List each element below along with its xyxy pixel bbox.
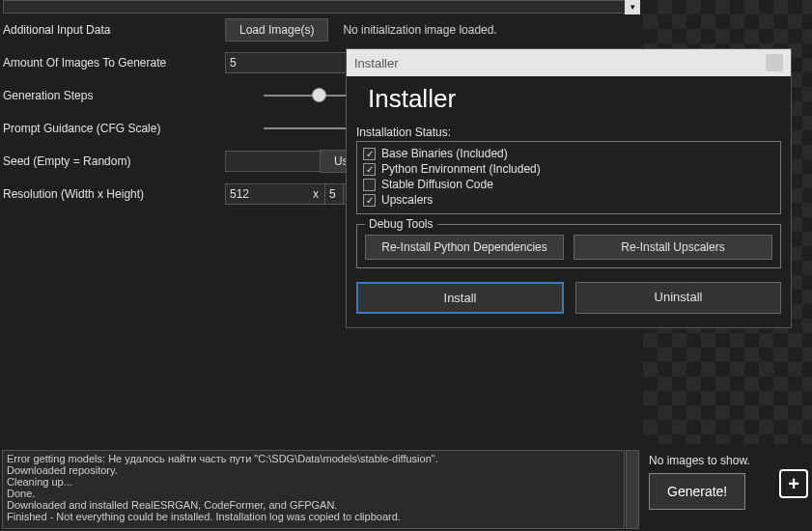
status-item-label: Upscalers	[381, 193, 433, 207]
amount-images-stepper[interactable]: ▲ ▼	[225, 52, 322, 73]
log-line: Downloaded repository.	[7, 464, 620, 476]
log-line: Finished - Not everything could be insta…	[7, 511, 620, 522]
uninstall-button[interactable]: Uninstall	[575, 282, 781, 314]
amount-images-label: Amount Of Images To Generate	[3, 56, 225, 70]
resolution-label: Resolution (Width x Height)	[3, 187, 225, 201]
status-item[interactable]: Stable Diffusion Code	[363, 177, 774, 192]
status-item[interactable]: ✓ Base Binaries (Included)	[363, 146, 774, 161]
resolution-separator: x	[313, 187, 319, 201]
log-line: Done.	[7, 488, 620, 499]
log-scrollbar[interactable]	[626, 450, 639, 529]
status-item-label: Python Environment (Included)	[381, 162, 541, 176]
status-item[interactable]: ✓ Upscalers	[363, 192, 774, 208]
resolution-height-input[interactable]	[324, 183, 344, 205]
installer-dialog: Installer Installer Installation Status:…	[346, 48, 792, 328]
log-line: Error getting models: Не удалось найти ч…	[7, 453, 620, 464]
reinstall-python-button[interactable]: Re-Install Python Dependencies	[365, 235, 564, 260]
installer-heading: Installer	[368, 84, 781, 114]
checkbox-icon[interactable]: ✓	[363, 148, 376, 160]
log-output[interactable]: Error getting models: Не удалось найти ч…	[2, 450, 625, 529]
log-line: Cleaning up...	[7, 476, 620, 488]
checkbox-icon[interactable]	[363, 179, 376, 191]
resolution-height-select[interactable]	[324, 183, 344, 205]
checkbox-icon[interactable]: ✓	[363, 194, 376, 207]
status-item-label: Stable Diffusion Code	[381, 178, 493, 191]
log-line: Downloaded and installed RealESRGAN, Cod…	[7, 499, 620, 511]
close-icon[interactable]	[766, 54, 783, 71]
no-images-note: No images to show.	[649, 454, 806, 467]
debug-tools-legend: Debug Tools	[365, 217, 437, 231]
seed-field[interactable]: ▾	[225, 151, 312, 172]
installer-window-title: Installer	[354, 56, 399, 70]
install-status-box: ✓ Base Binaries (Included) ✓ Python Envi…	[356, 141, 781, 214]
prompt-field[interactable]: ▾	[3, 0, 640, 14]
reinstall-upscalers-button[interactable]: Re-Install Upscalers	[574, 235, 772, 260]
generate-button[interactable]: Generate!	[649, 473, 745, 510]
additional-input-label: Additional Input Data	[3, 23, 225, 37]
status-item-label: Base Binaries (Included)	[381, 147, 508, 160]
generate-panel: No images to show. Generate! +	[643, 450, 812, 529]
cfg-scale-label: Prompt Guidance (CFG Scale)	[3, 122, 225, 135]
no-init-note: No initialization image loaded.	[343, 23, 496, 37]
install-button[interactable]: Install	[356, 282, 564, 314]
chevron-down-icon[interactable]: ▾	[625, 0, 640, 14]
debug-tools-fieldset: Debug Tools Re-Install Python Dependenci…	[356, 224, 781, 268]
checkbox-icon[interactable]: ✓	[363, 163, 376, 176]
load-images-button[interactable]: Load Image(s)	[225, 18, 328, 42]
add-icon[interactable]: +	[779, 469, 808, 498]
status-item[interactable]: ✓ Python Environment (Included)	[363, 161, 774, 177]
installer-titlebar[interactable]: Installer	[347, 49, 791, 76]
gen-steps-label: Generation Steps	[3, 89, 225, 102]
install-status-label: Installation Status:	[356, 126, 781, 139]
seed-label: Seed (Empty = Random)	[3, 154, 225, 168]
resolution-width-select[interactable]: ▾	[225, 183, 307, 205]
